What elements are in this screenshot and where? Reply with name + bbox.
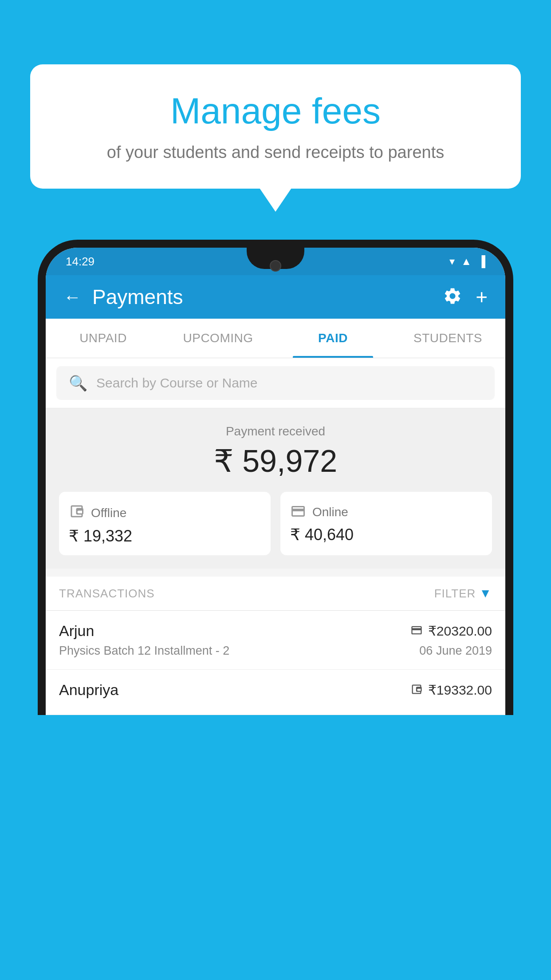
phone-frame: 14:29 ▾ ▲ ▐ ← Payments	[38, 240, 513, 715]
settings-button[interactable]	[443, 286, 462, 308]
signal-icon: ▲	[461, 255, 472, 268]
tab-bar: UNPAID UPCOMING PAID STUDENTS	[46, 319, 505, 358]
online-icon	[290, 503, 306, 521]
offline-card-header: Offline	[69, 503, 126, 522]
transaction-amount-row-anupriya: ₹19332.00	[410, 682, 492, 698]
phone-camera	[270, 260, 281, 272]
cash-payment-icon-anupriya	[410, 683, 423, 697]
payment-label: Payment received	[59, 424, 492, 439]
header-left: ← Payments	[63, 285, 183, 309]
app-header: ← Payments +	[46, 275, 505, 319]
speech-bubble: Manage fees of your students and send re…	[30, 64, 521, 189]
tab-students[interactable]: STUDENTS	[390, 319, 505, 358]
tab-upcoming[interactable]: UPCOMING	[161, 319, 276, 358]
transaction-course-arjun: Physics Batch 12 Installment - 2	[59, 644, 229, 658]
back-button[interactable]: ←	[63, 287, 81, 307]
payment-cards: Offline ₹ 19,332	[59, 492, 492, 555]
phone-screen: 14:29 ▾ ▲ ▐ ← Payments	[46, 248, 505, 715]
offline-amount: ₹ 19,332	[69, 527, 132, 545]
header-right: +	[443, 286, 488, 308]
transaction-name-anupriya: Anupriya	[59, 681, 118, 699]
search-icon: 🔍	[69, 374, 87, 392]
transaction-date-arjun: 06 June 2019	[419, 644, 492, 658]
transaction-top-anupriya: Anupriya ₹19332.00	[59, 681, 492, 699]
card-payment-icon-arjun	[410, 624, 423, 638]
search-container: 🔍 Search by Course or Name	[46, 358, 505, 408]
online-amount: ₹ 40,640	[290, 526, 354, 544]
offline-icon	[69, 503, 85, 522]
status-time: 14:29	[66, 255, 94, 269]
tab-paid[interactable]: PAID	[276, 319, 390, 358]
wifi-icon: ▾	[449, 255, 455, 268]
filter-text: FILTER	[434, 587, 476, 601]
battery-icon: ▐	[478, 255, 485, 268]
filter-button[interactable]: FILTER ▼	[434, 586, 492, 601]
transaction-name-arjun: Arjun	[59, 622, 94, 640]
search-bar[interactable]: 🔍 Search by Course or Name	[56, 366, 495, 400]
search-placeholder: Search by Course or Name	[96, 375, 258, 391]
table-row[interactable]: Anupriya ₹19332.00	[46, 670, 505, 715]
header-title: Payments	[92, 285, 183, 309]
gear-icon	[443, 286, 462, 306]
transaction-amount-row-arjun: ₹20320.00	[410, 623, 492, 639]
transactions-header: TRANSACTIONS FILTER ▼	[46, 577, 505, 611]
tab-unpaid[interactable]: UNPAID	[46, 319, 161, 358]
transaction-top-arjun: Arjun ₹20320.00	[59, 622, 492, 640]
transaction-amount-arjun: ₹20320.00	[428, 623, 492, 639]
add-button[interactable]: +	[476, 287, 488, 307]
bubble-title: Manage fees	[52, 91, 499, 131]
payment-summary: Payment received ₹ 59,972	[46, 408, 505, 569]
offline-label: Offline	[91, 506, 126, 520]
status-icons: ▾ ▲ ▐	[449, 255, 485, 268]
bubble-subtitle: of your students and send receipts to pa…	[52, 141, 499, 164]
phone-mockup: 14:29 ▾ ▲ ▐ ← Payments	[38, 240, 513, 980]
offline-card: Offline ₹ 19,332	[59, 492, 271, 555]
payment-amount: ₹ 59,972	[59, 443, 492, 479]
online-card-header: Online	[290, 503, 348, 521]
transaction-bottom-arjun: Physics Batch 12 Installment - 2 06 June…	[59, 644, 492, 658]
transaction-amount-anupriya: ₹19332.00	[428, 682, 492, 698]
table-row[interactable]: Arjun ₹20320.00 Physics Batch 12 Install…	[46, 611, 505, 670]
filter-icon: ▼	[479, 586, 492, 601]
online-label: Online	[312, 505, 348, 519]
transactions-label: TRANSACTIONS	[59, 587, 155, 601]
phone-notch	[247, 248, 304, 269]
online-card: Online ₹ 40,640	[280, 492, 492, 555]
